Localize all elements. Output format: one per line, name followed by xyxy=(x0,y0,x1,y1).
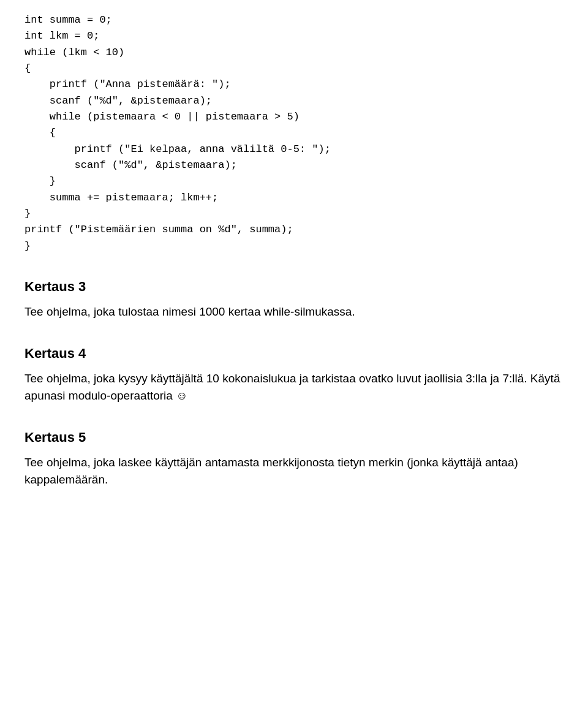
section-text-kertaus3: Tee ohjelma, joka tulostaa nimesi 1000 k… xyxy=(24,303,564,321)
code-block: int summa = 0; int lkm = 0; while (lkm <… xyxy=(24,12,564,254)
section-kertaus4: Kertaus 4 Tee ohjelma, joka kysyy käyttä… xyxy=(24,346,564,405)
section-kertaus5: Kertaus 5 Tee ohjelma, joka laskee käytt… xyxy=(24,430,564,489)
section-heading-kertaus5: Kertaus 5 xyxy=(24,430,564,445)
sections-container: Kertaus 3 Tee ohjelma, joka tulostaa nim… xyxy=(24,279,564,489)
section-heading-kertaus3: Kertaus 3 xyxy=(24,279,564,295)
section-heading-kertaus4: Kertaus 4 xyxy=(24,346,564,362)
section-kertaus3: Kertaus 3 Tee ohjelma, joka tulostaa nim… xyxy=(24,279,564,321)
section-text-kertaus4: Tee ohjelma, joka kysyy käyttäjältä 10 k… xyxy=(24,370,564,405)
section-text-kertaus5: Tee ohjelma, joka laskee käyttäjän antam… xyxy=(24,454,564,489)
